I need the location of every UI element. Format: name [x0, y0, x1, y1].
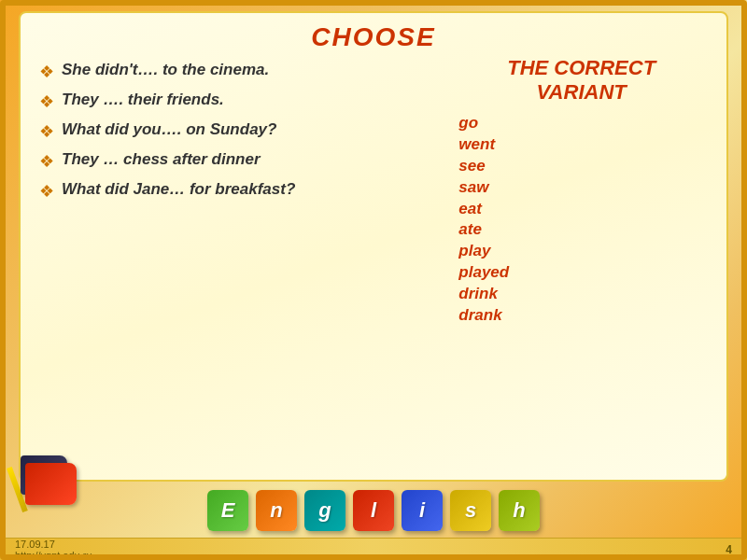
slide: CHOOSE ❖ She didn't…. to the cinema. ❖ T… [0, 0, 747, 560]
variant-ate[interactable]: ate [455, 219, 708, 241]
bullet-diamond: ❖ [39, 151, 54, 172]
variants-column: THE CORRECT VARIANT go went see saw eat … [455, 56, 708, 470]
book-red-icon [25, 463, 77, 482]
sentence-text: She didn't…. to the cinema. [62, 60, 269, 80]
sentence-text: They …. their friends. [62, 90, 224, 110]
sentences-column: ❖ She didn't…. to the cinema. ❖ They …. … [39, 56, 455, 470]
variant-drink[interactable]: drink [455, 284, 708, 305]
bottom-cubes-bar: E n g l i s h [0, 489, 747, 538]
footer-date: 17.09.17 http://ygpt.edu.ru [15, 539, 92, 561]
cube-E: E [207, 490, 248, 531]
list-item: ❖ They …. their friends. [39, 90, 436, 112]
sentence-text: What did Jane… for breakfast? [62, 179, 295, 200]
bullet-diamond: ❖ [39, 181, 54, 202]
content-area: ❖ She didn't…. to the cinema. ❖ They …. … [21, 56, 726, 480]
variant-go[interactable]: go [455, 113, 708, 134]
cube-g: g [304, 490, 345, 531]
variant-went[interactable]: went [455, 134, 708, 156]
variant-see[interactable]: see [455, 156, 708, 177]
cube-i: i [402, 490, 443, 531]
list-item: ❖ What did you…. on Sunday? [39, 119, 436, 142]
title-bar: CHOOSE [21, 13, 726, 56]
list-item: ❖ They … chess after dinner [39, 149, 436, 172]
cube-s: s [450, 490, 491, 531]
variants-title: THE CORRECT VARIANT [455, 56, 708, 105]
footer-bar: 17.09.17 http://ygpt.edu.ru 4 [0, 538, 747, 560]
bullet-diamond: ❖ [39, 91, 54, 112]
sentence-text: They … chess after dinner [62, 149, 261, 170]
list-item: ❖ She didn't…. to the cinema. [39, 60, 436, 82]
slide-title: CHOOSE [311, 22, 435, 51]
footer-page: 4 [726, 543, 732, 556]
variant-play[interactable]: play [455, 241, 708, 262]
main-card: CHOOSE ❖ She didn't…. to the cinema. ❖ T… [19, 11, 728, 482]
sentence-text: What did you…. on Sunday? [62, 119, 276, 140]
cube-l: l [353, 490, 394, 531]
variant-saw[interactable]: saw [455, 177, 708, 199]
bullet-diamond: ❖ [39, 121, 54, 142]
variant-played[interactable]: played [455, 262, 708, 284]
list-item: ❖ What did Jane… for breakfast? [39, 179, 436, 202]
variant-drank[interactable]: drank [455, 305, 708, 327]
cube-h: h [499, 490, 540, 531]
cube-n: n [256, 490, 297, 531]
book-decoration [21, 455, 95, 482]
variant-eat[interactable]: eat [455, 199, 708, 220]
bullet-diamond: ❖ [39, 62, 54, 82]
